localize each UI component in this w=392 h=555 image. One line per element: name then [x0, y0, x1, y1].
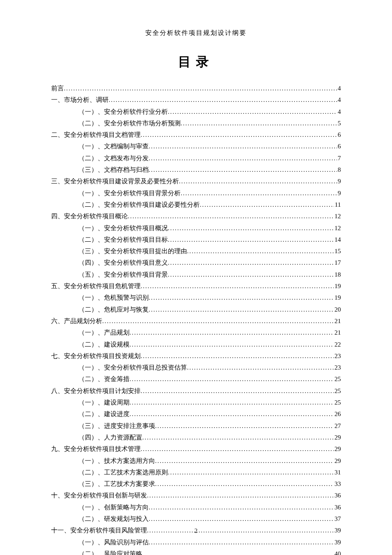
toc-entry[interactable]: （一）、安全分析软件项目总投资估算23 — [51, 362, 341, 373]
toc-entry-page: 12 — [334, 211, 341, 222]
toc-entry[interactable]: 三、安全分析软件项目建设背景及必要性分析9 — [51, 176, 341, 187]
toc-entry[interactable]: 四、安全分析软件项目概论12 — [51, 211, 341, 222]
toc-leader-dots — [141, 281, 334, 292]
toc-entry[interactable]: （一）、创新策略与方向36 — [51, 502, 341, 513]
toc-entry[interactable]: 前言4 — [51, 83, 341, 94]
toc-entry-label: （三）、安全分析软件项目提出的理由 — [78, 246, 187, 257]
toc-entry[interactable]: （一）、安全分析软件项目背景分析9 — [51, 188, 341, 199]
toc-entry-label: （一）、风险识别与评估 — [78, 537, 149, 548]
toc-entry[interactable]: 十、安全分析软件项目创新与研发36 — [51, 490, 341, 501]
toc-entry-label: （二）、研发规划与投入 — [78, 513, 149, 524]
toc-entry[interactable]: （四）、人力资源配置29 — [51, 432, 341, 443]
toc-entry-page: 20 — [334, 304, 341, 315]
toc-leader-dots — [149, 153, 337, 164]
toc-entry[interactable]: （五）、安全分析软件项目背景18 — [51, 269, 341, 280]
toc-entry-page: 4 — [337, 106, 341, 117]
toc-entry-page: 12 — [334, 223, 341, 234]
toc-entry[interactable]: 六、产品规划分析21 — [51, 315, 341, 327]
toc-entry-page: 39 — [334, 537, 341, 548]
toc-entry-label: （二）、建设进度 — [78, 408, 130, 419]
toc-entry-page: 29 — [334, 443, 341, 454]
toc-entry-page: 25 — [334, 373, 341, 384]
toc-entry-label: 前言 — [51, 83, 64, 94]
toc-entry-page: 29 — [334, 455, 341, 466]
toc-entry[interactable]: 二、安全分析软件项目文档管理6 — [51, 129, 341, 141]
toc-entry[interactable]: （一）、风险识别与评估39 — [51, 537, 341, 548]
toc-entry-page: 21 — [334, 315, 341, 327]
toc-entry[interactable]: （四）、安全分析软件项目意义17 — [51, 257, 341, 269]
toc-entry-label: （二）、危机应对与恢复 — [78, 304, 149, 315]
toc-entry-label: 十、安全分析软件项目创新与研发 — [51, 490, 147, 501]
toc-entry-page: 23 — [334, 362, 341, 373]
toc-leader-dots — [181, 118, 337, 129]
toc-entry-page: 6 — [337, 141, 341, 152]
toc-entry-label: （一）、安全分析软件项目概况 — [78, 223, 168, 234]
toc-entry-label: （三）、工艺技术方案要求 — [78, 478, 155, 489]
toc-entry[interactable]: （二）、安全分析软件项目目标14 — [51, 234, 341, 246]
toc-entry[interactable]: （二）、风险应对策略40 — [51, 548, 341, 555]
toc-entry-label: （一）、文档编制与审查 — [78, 141, 149, 152]
toc-leader-dots — [149, 537, 334, 548]
toc-entry-page: 19 — [334, 292, 341, 303]
toc-entry[interactable]: （二）、建设规模22 — [51, 339, 341, 350]
toc-entry[interactable]: （三）、文档存档与归档8 — [51, 164, 341, 176]
toc-entry[interactable]: （二）、安全分析软件项目建设必要性分析11 — [51, 199, 341, 211]
toc-leader-dots — [109, 95, 337, 106]
toc-entry[interactable]: （三）、工艺技术方案要求33 — [51, 478, 341, 490]
toc-entry-label: （一）、危机预警与识别 — [78, 292, 149, 303]
toc-entry-page: 4 — [337, 94, 341, 105]
toc-leader-dots — [181, 188, 337, 199]
toc-leader-dots — [168, 269, 334, 280]
toc-entry-page: 31 — [334, 467, 341, 478]
toc-entry[interactable]: 一、市场分析、调研4 — [51, 94, 341, 106]
toc-entry[interactable]: （一）、建设周期25 — [51, 397, 341, 408]
toc-leader-dots — [102, 316, 334, 327]
toc-entry-label: （五）、安全分析软件项目背景 — [78, 269, 168, 280]
toc-entry[interactable]: （二）、资金筹措25 — [51, 373, 341, 385]
toc-entry-page: 29 — [334, 432, 341, 443]
toc-entry[interactable]: （二）、文档发布与分发7 — [51, 153, 341, 164]
toc-entry[interactable]: （一）、安全分析软件行业分析4 — [51, 106, 341, 118]
toc-entry-label: （四）、安全分析软件项目意义 — [78, 257, 168, 268]
toc-entry[interactable]: （一）、安全分析软件项目概况12 — [51, 223, 341, 234]
toc-leader-dots — [141, 386, 334, 397]
toc-leader-dots — [155, 456, 334, 467]
toc-entry[interactable]: （二）、危机应对与恢复20 — [51, 304, 341, 315]
toc-leader-dots — [155, 421, 334, 432]
toc-entry[interactable]: 五、安全分析软件项目危机管理19 — [51, 280, 341, 292]
toc-entry-label: （四）、人力资源配置 — [78, 432, 142, 443]
toc-entry[interactable]: （三）、进度安排注意事项27 — [51, 420, 341, 432]
toc-entry[interactable]: （二）、研发规划与投入37 — [51, 513, 341, 525]
toc-entry-label: （一）、建设周期 — [78, 397, 130, 408]
toc-entry[interactable]: （二）、建设进度26 — [51, 408, 341, 420]
toc-leader-dots — [141, 351, 334, 362]
toc-entry[interactable]: （一）、文档编制与审查6 — [51, 141, 341, 152]
toc-entry[interactable]: 七、安全分析软件项目投资规划23 — [51, 350, 341, 362]
toc-entry-label: 六、产品规划分析 — [51, 315, 102, 327]
toc-entry-page: 25 — [334, 385, 341, 396]
toc-entry[interactable]: （二）、安全分析软件市场分析预测5 — [51, 118, 341, 129]
toc-leader-dots — [149, 292, 334, 304]
toc-entry-page: 21 — [334, 327, 341, 338]
toc-entry-label: （三）、进度安排注意事项 — [78, 420, 155, 431]
toc-entry-label: （三）、文档存档与归档 — [78, 164, 149, 175]
toc-entry-label: （一）、安全分析软件行业分析 — [78, 106, 168, 117]
toc-entry[interactable]: 九、安全分析软件项目技术管理29 — [51, 443, 341, 455]
toc-entry-label: （二）、建设规模 — [78, 339, 130, 350]
toc-entry[interactable]: （三）、安全分析软件项目提出的理由15 — [51, 246, 341, 257]
toc-entry[interactable]: （二）、工艺技术方案选用原则31 — [51, 467, 341, 478]
toc-leader-dots — [149, 514, 334, 525]
toc-entry[interactable]: 八、安全分析软件项目计划安排25 — [51, 385, 341, 397]
toc-entry-page: 7 — [337, 153, 341, 164]
toc-leader-dots — [141, 130, 337, 141]
toc-entry-page: 33 — [334, 478, 341, 489]
toc-entry[interactable]: （一）、技术方案选用方向29 — [51, 455, 341, 467]
toc-entry-label: （二）、安全分析软件项目建设必要性分析 — [78, 199, 200, 210]
toc-leader-dots — [168, 234, 334, 246]
toc-entry-page: 36 — [334, 490, 341, 501]
toc-entry[interactable]: （一）、危机预警与识别19 — [51, 292, 341, 304]
toc-entry-label: （一）、创新策略与方向 — [78, 502, 149, 513]
toc-entry-page: 26 — [334, 408, 341, 419]
toc-entry-label: （一）、安全分析软件项目总投资估算 — [78, 362, 187, 373]
toc-entry[interactable]: （一）、产品规划21 — [51, 327, 341, 338]
